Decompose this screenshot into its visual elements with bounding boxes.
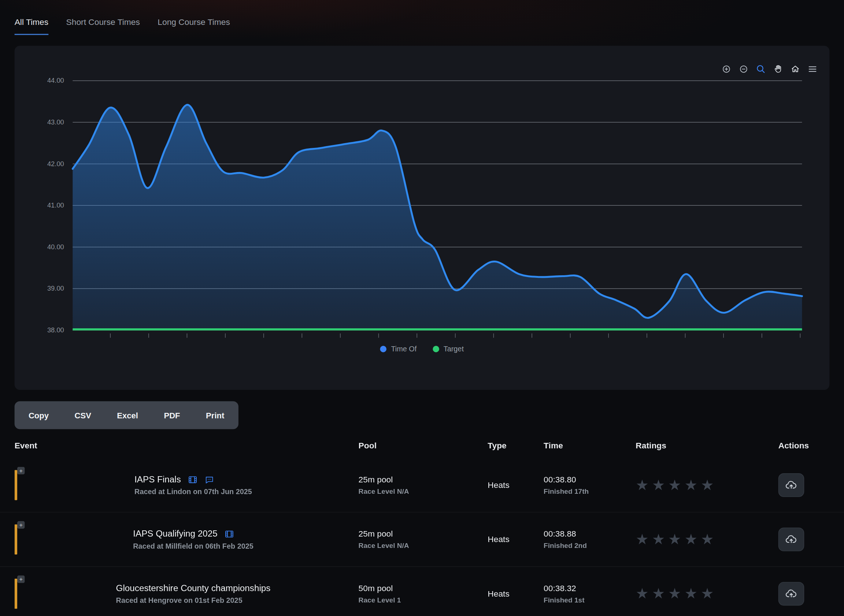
type-cell: Heats [488,567,544,616]
column-header-pool: Pool [359,441,488,450]
zoom-in-icon[interactable] [721,64,732,74]
row-accent-bar [15,579,17,609]
pdf-button[interactable]: PDF [151,401,193,429]
pool-name: 25m pool [359,475,393,484]
svg-text:38.00: 38.00 [47,326,64,334]
race-level: Race Level N/A [359,542,409,550]
legend-label: Target [444,345,464,353]
event-name: IAPS Finals [134,474,181,485]
excel-button[interactable]: Excel [104,401,151,429]
event-name: IAPS Qualifying 2025 [133,528,217,539]
event-subtitle: Raced at Hengrove on 01st Feb 2025 [116,597,271,605]
event-name: Gloucestershire County championships [116,583,271,593]
event-subtitle: Raced at Lindon on 07th Jun 2025 [134,488,252,496]
column-header-actions: Actions [778,441,844,450]
svg-text:44.00: 44.00 [47,76,64,84]
legend-item-target[interactable]: Target [432,345,464,353]
column-header-type: Type [488,441,544,450]
pool-name: 50m pool [359,584,393,593]
selection-zoom-icon[interactable] [756,64,766,74]
menu-icon[interactable] [807,64,818,74]
pan-icon[interactable] [773,64,783,74]
event-cell: + Gloucestershire County championships R… [15,567,359,616]
finish-position: Finished 17th [544,487,589,495]
course-tabs: All Times Short Course Times Long Course… [15,17,230,35]
times-line-chart[interactable]: 44.0043.0042.0041.0040.0039.0038.00 [15,46,830,390]
expand-row-button[interactable]: + [17,521,25,529]
pool-cell: 50m pool Race Level 1 [359,567,488,616]
table-header: Event Pool Type Time Ratings Actions [0,433,844,458]
home-icon[interactable] [790,64,800,74]
type-cell: Heats [488,458,544,512]
legend-dot-green [432,346,439,352]
export-toolbar: Copy CSV Excel PDF Print [15,401,238,429]
heat-type: Heats [488,480,510,490]
results-table: Event Pool Type Time Ratings Actions + I… [0,433,844,616]
legend-label: Time Of [391,345,416,353]
ratings-cell: ★★★★★ [635,567,778,616]
table-body: + IAPS Finals Raced at Lindon on 07th Ju… [0,458,844,616]
finish-position: Finished 2nd [544,542,587,550]
race-level: Race Level N/A [359,487,409,495]
tab-all-times[interactable]: All Times [15,17,49,35]
svg-text:43.00: 43.00 [47,118,64,126]
time-value: 00:38.32 [544,584,576,593]
row-accent-bar [15,525,17,554]
time-value: 00:38.80 [544,475,576,484]
svg-text:40.00: 40.00 [47,243,64,251]
video-icon[interactable] [188,475,197,484]
legend-item-time-of[interactable]: Time Of [380,345,416,353]
column-header-event: Event [15,441,359,450]
upload-action-button[interactable] [778,473,804,497]
print-button[interactable]: Print [193,401,237,429]
time-value: 00:38.88 [544,529,576,539]
table-row: + IAPS Qualifying 2025 Raced at Millfiel… [0,512,844,566]
tab-long-course-times[interactable]: Long Course Times [157,17,230,35]
time-cell: 00:38.32 Finished 1st [544,567,635,616]
svg-text:41.00: 41.00 [47,201,64,209]
times-chart-panel: 44.0043.0042.0041.0040.0039.0038.00 Time… [15,46,830,390]
column-header-ratings: Ratings [635,441,778,450]
comment-icon[interactable] [204,475,214,484]
actions-cell [778,567,844,616]
video-icon[interactable] [225,529,234,538]
csv-button[interactable]: CSV [62,401,104,429]
rating-stars[interactable]: ★★★★★ [635,532,717,547]
actions-cell [778,458,844,512]
time-cell: 00:38.88 Finished 2nd [544,512,635,566]
upload-action-button[interactable] [778,582,804,606]
heat-type: Heats [488,535,510,544]
ratings-cell: ★★★★★ [635,512,778,566]
svg-text:42.00: 42.00 [47,160,64,168]
heat-type: Heats [488,589,510,598]
event-cell: + IAPS Qualifying 2025 Raced at Millfiel… [15,512,359,566]
upload-action-button[interactable] [778,527,804,551]
type-cell: Heats [488,512,544,566]
zoom-out-icon[interactable] [738,64,749,74]
column-header-time: Time [544,441,635,450]
event-subtitle: Raced at Millfield on 06th Feb 2025 [133,542,253,550]
chart-toolbar [721,64,818,74]
expand-row-button[interactable]: + [17,575,25,583]
race-level: Race Level 1 [359,596,401,604]
pool-cell: 25m pool Race Level N/A [359,458,488,512]
event-cell: + IAPS Finals Raced at Lindon on 07th Ju… [15,458,359,512]
expand-row-button[interactable]: + [17,467,25,474]
chart-legend: Time Of Target [15,345,830,353]
pool-cell: 25m pool Race Level N/A [359,512,488,566]
time-cell: 00:38.80 Finished 17th [544,458,635,512]
ratings-cell: ★★★★★ [635,458,778,512]
copy-button[interactable]: Copy [16,401,62,429]
tab-short-course-times[interactable]: Short Course Times [66,17,140,35]
actions-cell [778,512,844,566]
rating-stars[interactable]: ★★★★★ [635,586,717,601]
legend-dot-blue [380,346,387,352]
row-accent-bar [15,470,17,500]
table-row: + IAPS Finals Raced at Lindon on 07th Ju… [0,458,844,512]
table-row: + Gloucestershire County championships R… [0,566,844,616]
finish-position: Finished 1st [544,596,584,604]
rating-stars[interactable]: ★★★★★ [635,478,717,493]
app-root: All Times Short Course Times Long Course… [0,0,844,616]
svg-text:39.00: 39.00 [47,285,64,292]
pool-name: 25m pool [359,529,393,539]
